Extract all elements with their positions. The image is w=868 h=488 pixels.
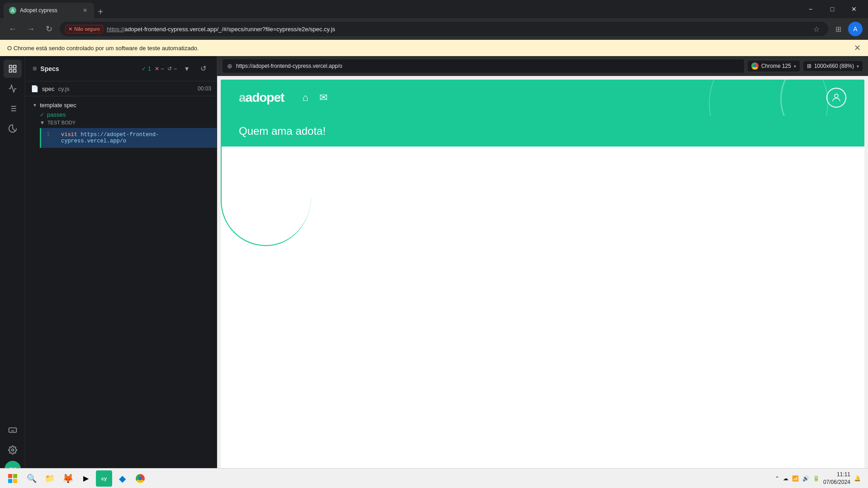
- window-controls: − □ ✕: [800, 2, 864, 16]
- taskbar-cypress[interactable]: cy: [96, 470, 112, 487]
- test-body-label[interactable]: ▼ TEST BODY: [40, 120, 209, 125]
- start-button[interactable]: [4, 469, 22, 488]
- test-file[interactable]: 📄 spec cy.js 00:03: [25, 81, 217, 96]
- address-bar[interactable]: ✕ Não seguro https://adopet-frontend-cyp…: [60, 22, 828, 36]
- test-item-passes[interactable]: ✓ passes: [25, 110, 217, 119]
- tab-close-button[interactable]: ✕: [81, 7, 89, 14]
- code-line-1: 1 visit https://adopet-frontend-: [47, 132, 217, 138]
- suite-header[interactable]: ▼ template spec: [33, 102, 209, 109]
- browser-selector[interactable]: Chrome 125 ▾: [748, 61, 800, 71]
- pass-badge: ✓ 1: [142, 66, 151, 72]
- code-url-line1: https://adopet-frontend-: [81, 132, 159, 138]
- svg-rect-2: [9, 70, 12, 72]
- code-keyword: visit: [61, 132, 77, 138]
- address-bar-row: ← → ↻ ✕ Não seguro https://adopet-fronte…: [0, 18, 868, 40]
- adopet-curve-decoration: [221, 147, 311, 246]
- sidebar-item-keyboard[interactable]: [4, 421, 22, 439]
- viewport-size: 1000x660 (88%): [814, 63, 854, 69]
- address-url: https://adopet-frontend-cypress.vercel.a…: [107, 26, 806, 33]
- onedrive-icon[interactable]: ☁: [783, 475, 788, 482]
- automation-close-button[interactable]: ✕: [854, 43, 861, 53]
- sidebar-item-analytics[interactable]: [4, 119, 22, 137]
- dropdown-button[interactable]: ▾: [180, 62, 193, 75]
- adopet-mail-icon[interactable]: ✉: [319, 92, 327, 104]
- file-icon: 📄: [31, 85, 38, 92]
- refresh-button[interactable]: ↻: [42, 22, 56, 36]
- cypress-sidebar: cy: [0, 56, 25, 488]
- adopet-logo: aadopet: [239, 90, 284, 105]
- minimize-button[interactable]: −: [800, 2, 821, 16]
- active-tab[interactable]: A Adopet cypress ✕: [4, 3, 94, 18]
- adopet-header: aadopet ⌂ ✉: [221, 80, 864, 116]
- new-tab-button[interactable]: +: [94, 5, 107, 18]
- battery-icon[interactable]: 🔋: [813, 475, 820, 482]
- sound-icon[interactable]: 🔊: [802, 475, 809, 482]
- svg-rect-18: [8, 474, 12, 478]
- globe-icon: ⊕: [227, 62, 232, 70]
- tab-bar: A Adopet cypress ✕ +: [4, 0, 797, 18]
- viewport-selector[interactable]: ⊞ 1000x660 (88%) ▾: [803, 61, 863, 71]
- adopet-website: aadopet ⌂ ✉ Quem ama adota!: [221, 80, 864, 484]
- automation-message: O Chrome está sendo controlado por um so…: [7, 45, 199, 52]
- security-x-icon: ✕: [68, 26, 72, 32]
- svg-rect-20: [8, 479, 12, 483]
- taskbar-system-tray: ⌃ ☁ 📶 🔊 🔋 11:11 07/06/2024 🔔: [775, 471, 864, 486]
- test-name-label: passes: [47, 111, 66, 118]
- taskbar-terminal[interactable]: ▶: [78, 470, 94, 487]
- forward-button[interactable]: →: [24, 22, 38, 36]
- file-extension: cy.js: [58, 85, 69, 92]
- browser-chevron-icon: ▾: [794, 64, 796, 69]
- taskbar-search[interactable]: 🔍: [24, 470, 40, 487]
- security-label: Não seguro: [74, 26, 100, 32]
- taskbar-chrome[interactable]: [132, 470, 148, 487]
- svg-point-16: [11, 449, 14, 451]
- svg-point-17: [835, 94, 838, 98]
- adopet-body: [221, 147, 864, 282]
- svg-rect-19: [13, 474, 17, 478]
- viewport-icon: ⊞: [807, 63, 811, 69]
- preview-toolbar: ⊕ https://adopet-frontend-cypress.vercel…: [217, 56, 868, 76]
- sidebar-item-list[interactable]: [4, 99, 22, 118]
- network-icon[interactable]: 📶: [792, 475, 799, 482]
- svg-rect-21: [13, 479, 17, 483]
- line-number: 1: [47, 132, 56, 138]
- specs-menu-icon: ≡: [33, 65, 37, 73]
- suite-chevron-icon: ▼: [33, 103, 37, 108]
- fail-badge: ✕ –: [155, 66, 164, 72]
- sidebar-item-runs[interactable]: [4, 80, 22, 98]
- panel-header-actions: ✓ 1 ✕ – ↺ – ▾ ↺: [142, 62, 209, 75]
- extensions-button[interactable]: ⊞: [832, 23, 844, 35]
- taskbar-file-explorer[interactable]: 📁: [42, 470, 58, 487]
- automation-bar: O Chrome está sendo controlado por um so…: [0, 40, 868, 56]
- pending-icon: ↺: [167, 66, 172, 72]
- test-tree: ▼ template spec ✓ passes ▼ TEST BODY 1 v: [25, 96, 217, 488]
- file-time: 00:03: [198, 85, 211, 92]
- security-badge[interactable]: ✕ Não seguro: [65, 25, 103, 33]
- maximize-button[interactable]: □: [822, 2, 843, 16]
- suite-name-label: template spec: [40, 102, 76, 109]
- back-button[interactable]: ←: [5, 22, 20, 36]
- adopet-home-icon[interactable]: ⌂: [302, 92, 308, 104]
- adopet-profile-button[interactable]: [826, 88, 846, 108]
- sidebar-item-settings[interactable]: [4, 441, 22, 459]
- panel-header: ≡ Specs ✓ 1 ✕ – ↺ – ▾ ↺: [25, 56, 217, 81]
- check-icon: ✓: [142, 66, 146, 72]
- profile-button[interactable]: A: [848, 22, 863, 36]
- tab-favicon: A: [9, 7, 16, 14]
- test-pass-icon: ✓: [40, 112, 44, 118]
- sidebar-item-specs[interactable]: [4, 60, 22, 78]
- browser-name: Chrome 125: [761, 63, 791, 69]
- expand-tray-icon[interactable]: ⌃: [775, 475, 779, 482]
- notifications-icon[interactable]: 🔔: [854, 475, 861, 482]
- svg-rect-10: [9, 428, 16, 432]
- preview-url-bar[interactable]: ⊕ https://adopet-frontend-cypress.vercel…: [223, 59, 744, 73]
- viewport-chevron-icon: ▾: [857, 64, 859, 69]
- close-button[interactable]: ✕: [844, 2, 864, 16]
- preview-viewport: aadopet ⌂ ✉ Quem ama adota!: [221, 80, 864, 484]
- chrome-icon: [751, 62, 759, 70]
- taskbar-firefox[interactable]: 🦊: [60, 470, 76, 487]
- taskbar-date-display: 07/06/2024: [823, 479, 850, 486]
- taskbar-vscode[interactable]: ◆: [114, 470, 130, 487]
- reload-button[interactable]: ↺: [197, 62, 209, 75]
- bookmark-button[interactable]: ☆: [810, 23, 823, 35]
